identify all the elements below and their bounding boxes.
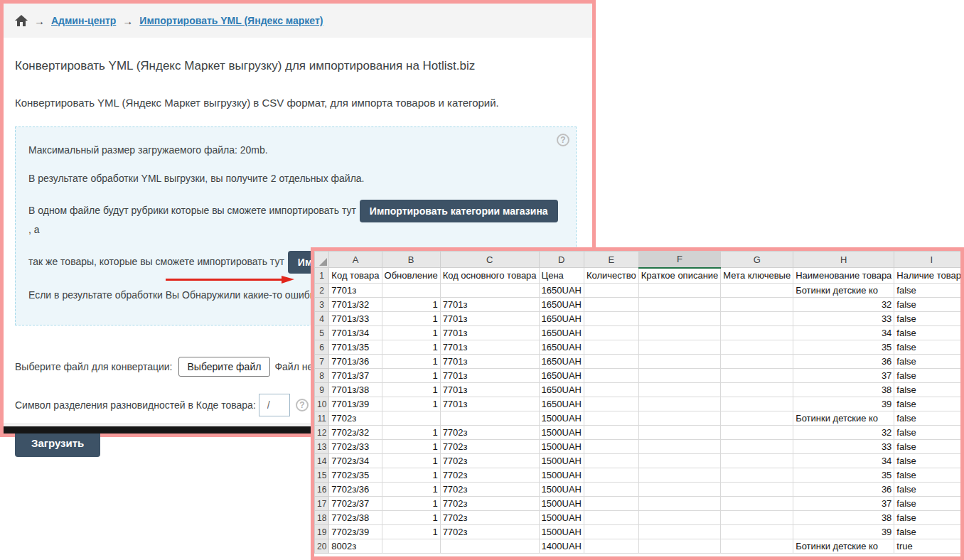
column-header-I[interactable]: I: [894, 252, 964, 268]
row-header-3[interactable]: 3: [315, 298, 329, 312]
column-header-B[interactable]: B: [382, 252, 440, 268]
cell-C13[interactable]: 7702з: [440, 440, 539, 454]
cell-E8[interactable]: [584, 369, 638, 383]
cell-G11[interactable]: [721, 411, 793, 426]
cell-H11[interactable]: Ботинки детские ко: [793, 411, 894, 426]
cell-H17[interactable]: 37: [793, 497, 894, 511]
cell-B2[interactable]: [382, 284, 440, 298]
cell-E4[interactable]: [584, 312, 638, 326]
cell-A1[interactable]: Код товара: [329, 268, 382, 284]
cell-F1[interactable]: Краткое описание: [638, 268, 721, 284]
cell-A19[interactable]: 7702з/39: [329, 525, 382, 539]
cell-B10[interactable]: 1: [382, 397, 440, 411]
cell-I19[interactable]: false: [894, 525, 964, 539]
breadcrumb-link-admin-center[interactable]: Админ-центр: [51, 15, 116, 26]
help-icon[interactable]: ?: [296, 399, 309, 411]
cell-G9[interactable]: [721, 383, 793, 397]
cell-G16[interactable]: [721, 483, 793, 497]
cell-I20[interactable]: true: [894, 539, 964, 554]
cell-I17[interactable]: false: [894, 497, 964, 511]
cell-D18[interactable]: 1500UAH: [539, 511, 584, 525]
cell-F19[interactable]: [638, 525, 721, 539]
cell-C17[interactable]: 7702з: [440, 497, 539, 511]
cell-E17[interactable]: [584, 497, 638, 511]
cell-F14[interactable]: [638, 454, 721, 468]
cell-D10[interactable]: 1650UAH: [539, 397, 584, 411]
cell-C1[interactable]: Код основного товара: [440, 268, 539, 284]
column-header-D[interactable]: D: [539, 252, 584, 268]
cell-H18[interactable]: 38: [793, 511, 894, 525]
row-header-20[interactable]: 20: [315, 539, 329, 554]
cell-F6[interactable]: [638, 340, 721, 355]
cell-E9[interactable]: [584, 383, 638, 397]
cell-B4[interactable]: 1: [382, 312, 440, 326]
cell-C10[interactable]: 7701з: [440, 397, 539, 411]
cell-C8[interactable]: 7701з: [440, 369, 539, 383]
cell-F5[interactable]: [638, 326, 721, 340]
column-header-E[interactable]: E: [584, 252, 638, 268]
cell-C11[interactable]: [440, 411, 539, 426]
cell-H19[interactable]: 39: [793, 525, 894, 539]
cell-E12[interactable]: [584, 426, 638, 440]
row-header-16[interactable]: 16: [315, 483, 329, 497]
cell-C3[interactable]: 7701з: [440, 298, 539, 312]
separator-symbol-input[interactable]: [259, 394, 290, 416]
cell-F13[interactable]: [638, 440, 721, 454]
cell-A5[interactable]: 7701з/34: [329, 326, 382, 340]
row-header-14[interactable]: 14: [315, 454, 329, 468]
row-header-11[interactable]: 11: [315, 411, 329, 426]
cell-B8[interactable]: 1: [382, 369, 440, 383]
cell-F4[interactable]: [638, 312, 721, 326]
cell-E6[interactable]: [584, 340, 638, 355]
cell-E10[interactable]: [584, 397, 638, 411]
cell-D19[interactable]: 1500UAH: [539, 525, 584, 539]
cell-G10[interactable]: [721, 397, 793, 411]
row-header-9[interactable]: 9: [315, 383, 329, 397]
cell-H20[interactable]: Ботинки детские ко: [793, 539, 894, 554]
cell-A10[interactable]: 7701з/39: [329, 397, 382, 411]
cell-B13[interactable]: 1: [382, 440, 440, 454]
cell-G18[interactable]: [721, 511, 793, 525]
cell-H8[interactable]: 37: [793, 369, 894, 383]
cell-I14[interactable]: false: [894, 454, 964, 468]
cell-G19[interactable]: [721, 525, 793, 539]
cell-F9[interactable]: [638, 383, 721, 397]
cell-C18[interactable]: 7702з: [440, 511, 539, 525]
cell-F17[interactable]: [638, 497, 721, 511]
cell-G12[interactable]: [721, 426, 793, 440]
row-header-13[interactable]: 13: [315, 440, 329, 454]
cell-C14[interactable]: 7702з: [440, 454, 539, 468]
choose-file-button[interactable]: Выберите файл: [178, 357, 271, 377]
cell-B9[interactable]: 1: [382, 383, 440, 397]
row-header-18[interactable]: 18: [315, 511, 329, 525]
cell-F18[interactable]: [638, 511, 721, 525]
cell-D11[interactable]: 1500UAH: [539, 411, 584, 426]
cell-H2[interactable]: Ботинки детские ко: [793, 284, 894, 298]
cell-E18[interactable]: [584, 511, 638, 525]
row-header-8[interactable]: 8: [315, 369, 329, 383]
cell-D4[interactable]: 1650UAH: [539, 312, 584, 326]
cell-B18[interactable]: 1: [382, 511, 440, 525]
cell-I15[interactable]: false: [894, 468, 964, 483]
cell-D2[interactable]: 1650UAH: [539, 284, 584, 298]
cell-F20[interactable]: [638, 539, 721, 554]
cell-B1[interactable]: Обновление: [382, 268, 440, 284]
cell-A12[interactable]: 7702з/32: [329, 426, 382, 440]
column-header-H[interactable]: H: [793, 252, 894, 268]
cell-E11[interactable]: [584, 411, 638, 426]
cell-E16[interactable]: [584, 483, 638, 497]
cell-D12[interactable]: 1500UAH: [539, 426, 584, 440]
cell-I2[interactable]: false: [894, 284, 964, 298]
cell-G7[interactable]: [721, 355, 793, 369]
cell-I13[interactable]: false: [894, 440, 964, 454]
breadcrumb-link-import-yml[interactable]: Импортировать YML (Яндекс маркет): [139, 15, 323, 26]
cell-I3[interactable]: false: [894, 298, 964, 312]
cell-H7[interactable]: 36: [793, 355, 894, 369]
cell-E19[interactable]: [584, 525, 638, 539]
cell-G4[interactable]: [721, 312, 793, 326]
cell-F10[interactable]: [638, 397, 721, 411]
cell-A13[interactable]: 7702з/33: [329, 440, 382, 454]
cell-C4[interactable]: 7701з: [440, 312, 539, 326]
column-header-C[interactable]: C: [440, 252, 539, 268]
cell-D8[interactable]: 1650UAH: [539, 369, 584, 383]
